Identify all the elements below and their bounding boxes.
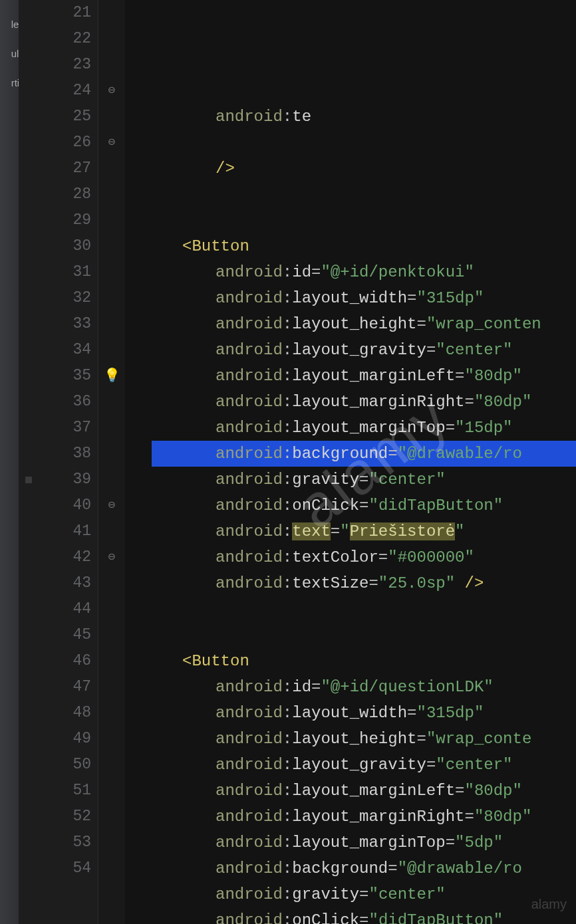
token-q: " — [416, 289, 426, 307]
code-line[interactable]: android:layout_marginLeft="80dp" — [125, 363, 576, 389]
code-line[interactable] — [125, 130, 576, 156]
line-number[interactable]: 43 — [19, 570, 91, 596]
line-number[interactable]: 37 — [19, 415, 91, 441]
code-line[interactable]: android:layout_height="wrap_conte — [125, 726, 576, 752]
token-eq: = — [407, 704, 416, 722]
code-line[interactable]: android:background="@drawable/ro — [125, 856, 576, 881]
code-line[interactable]: android:gravity="center" — [125, 881, 576, 907]
token-ns: android — [216, 393, 283, 411]
fold-column[interactable]: ⊖⊖💡⊖⊖ — [98, 0, 125, 924]
token-ns: android — [216, 808, 283, 826]
code-line[interactable]: android:text="Priešistorė" — [125, 519, 576, 544]
line-number[interactable]: 38 — [19, 441, 91, 467]
code-line[interactable]: /> — [125, 156, 576, 181]
line-number[interactable]: 47 — [19, 674, 91, 700]
token-attr: layout_height — [292, 730, 416, 748]
line-number[interactable]: 30 — [19, 233, 91, 259]
line-number[interactable]: 41 — [19, 519, 91, 544]
line-number[interactable]: 23 — [19, 52, 91, 78]
line-number[interactable]: 34 — [19, 337, 91, 363]
line-number[interactable]: 36 — [19, 389, 91, 415]
code-line[interactable]: android:layout_gravity="center" — [125, 337, 576, 363]
code-line[interactable]: android:id="@+id/questionLDK" — [125, 674, 576, 700]
watermark: alamy — [531, 891, 567, 917]
code-line[interactable]: android:layout_marginTop="5dp" — [125, 830, 576, 856]
token-q: " — [503, 419, 512, 437]
token-colon: : — [283, 367, 292, 385]
fold-spacer — [98, 104, 125, 130]
code-line[interactable]: android:id="@+id/penktokui" — [125, 259, 576, 285]
line-number[interactable]: 25 — [19, 104, 91, 130]
line-number[interactable]: 28 — [19, 181, 91, 207]
line-number[interactable]: 54 — [19, 856, 91, 881]
line-number-gutter[interactable]: 2122232425262728293031323334353637383940… — [19, 0, 98, 924]
line-number[interactable]: 26 — [19, 130, 91, 156]
code-line[interactable] — [125, 622, 576, 648]
line-number[interactable]: 24 — [19, 78, 91, 104]
code-line[interactable]: <Button — [125, 233, 576, 259]
token-q: " — [522, 393, 531, 411]
line-number[interactable]: 49 — [19, 726, 91, 752]
token-colon: : — [283, 678, 292, 696]
token-attr: id — [292, 678, 311, 696]
line-number[interactable]: 33 — [19, 311, 91, 337]
code-line[interactable]: android:layout_marginRight="80dp" — [125, 389, 576, 415]
line-number[interactable]: 48 — [19, 700, 91, 726]
line-number[interactable]: 50 — [19, 752, 91, 778]
code-line[interactable]: android:layout_height="wrap_conten — [125, 311, 576, 337]
code-editor[interactable]: alamy alamy android:te/><Buttonandroid:i… — [125, 0, 576, 924]
token-eq: = — [446, 834, 455, 852]
token-colon: : — [283, 497, 292, 515]
fold-toggle-icon[interactable]: ⊖ — [98, 78, 125, 104]
line-number[interactable]: 44 — [19, 596, 91, 622]
line-number[interactable]: 32 — [19, 285, 91, 311]
panel-text-frag: rties) — [11, 77, 19, 88]
token-eq: = — [426, 341, 436, 359]
code-line[interactable] — [125, 181, 576, 207]
code-line[interactable]: android:textColor="#000000" — [125, 544, 576, 570]
line-number[interactable]: 22 — [19, 26, 91, 52]
line-number[interactable]: 51 — [19, 778, 91, 804]
code-line[interactable]: android:layout_width="315dp" — [125, 700, 576, 726]
code-line[interactable] — [125, 596, 576, 622]
token-q: " — [494, 834, 503, 852]
code-line[interactable]: android:layout_marginRight="80dp" — [125, 804, 576, 830]
token-eq: = — [378, 548, 388, 566]
code-line[interactable]: android:layout_marginLeft="80dp" — [125, 778, 576, 804]
line-number[interactable]: 29 — [19, 207, 91, 233]
code-line[interactable]: android:layout_width="315dp" — [125, 285, 576, 311]
line-number[interactable]: 31 — [19, 259, 91, 285]
fold-spacer — [98, 389, 125, 415]
token-q: " — [388, 548, 397, 566]
line-number[interactable]: 40 — [19, 493, 91, 519]
code-line[interactable]: android:te — [125, 104, 576, 130]
token-q: " — [321, 678, 330, 696]
line-number[interactable]: 52 — [19, 804, 91, 830]
line-number[interactable]: 39 — [19, 467, 91, 493]
token-ns: android — [216, 497, 283, 515]
line-number[interactable]: 27 — [19, 156, 91, 181]
token-ns: android — [216, 782, 283, 800]
line-number[interactable]: 42 — [19, 544, 91, 570]
code-line[interactable]: android:onClick="didTapButton" — [125, 907, 576, 924]
line-number[interactable]: 53 — [19, 830, 91, 856]
code-line[interactable]: android:textSize="25.0sp" /> — [125, 570, 576, 596]
fold-spacer — [98, 207, 125, 233]
line-number[interactable]: 35 — [19, 363, 91, 389]
fold-toggle-icon[interactable]: ⊖ — [98, 130, 125, 156]
token-ns: android — [216, 756, 283, 774]
token-q: " — [436, 471, 445, 489]
code-line[interactable] — [125, 207, 576, 233]
code-line[interactable]: <Button — [125, 648, 576, 674]
line-number[interactable]: 45 — [19, 622, 91, 648]
token-eq: = — [359, 911, 368, 924]
token-attr: layout_marginTop — [292, 834, 445, 852]
fold-toggle-icon[interactable]: ⊖ — [98, 544, 125, 570]
fold-spacer — [98, 26, 125, 52]
line-number[interactable]: 46 — [19, 648, 91, 674]
code-line[interactable]: android:layout_gravity="center" — [125, 752, 576, 778]
line-number[interactable]: 21 — [19, 0, 91, 26]
lightbulb-icon[interactable]: 💡 — [98, 363, 125, 389]
fold-toggle-icon[interactable]: ⊖ — [98, 493, 125, 519]
token-colon: : — [283, 808, 292, 826]
